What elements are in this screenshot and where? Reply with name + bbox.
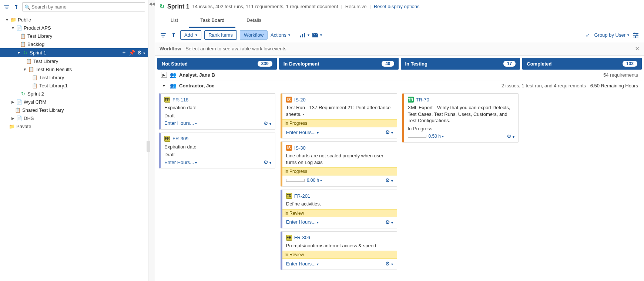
settings-sliders-icon[interactable] — [632, 31, 640, 39]
tree-item-trr-tl[interactable]: 📋 Test Library — [0, 73, 148, 81]
tree-item-private[interactable]: 📁 Private — [0, 122, 148, 130]
card-fr-118[interactable]: FR FR-118 Expiration date Draft Enter Ho… — [159, 93, 275, 130]
tabs: List Task Board Details — [160, 14, 640, 28]
tab-list[interactable]: List — [160, 14, 189, 28]
swimlane-analyst-jane[interactable]: ▶ 👥 Analyst, Jane B 54 requirements — [157, 70, 642, 80]
column-header-completed: Completed 132 — [522, 58, 642, 70]
group-by-dropdown[interactable]: Group by User — [594, 32, 629, 38]
filter-icon[interactable] — [3, 3, 10, 11]
tree-item-shared-tl[interactable]: 📋 Shared Test Library — [0, 106, 148, 114]
card-fr-306[interactable]: FR FR-306 Prompts/confirms internet acce… — [281, 231, 397, 270]
tree-item-testlib-sprint[interactable]: 📋 Test Library — [0, 57, 148, 65]
progress-bar — [408, 135, 426, 138]
enter-hours-link[interactable]: Enter Hours... — [164, 160, 197, 165]
swimlane-contractor-joe[interactable]: ▼ 👥 Contractor, Joe 2 issues, 1 test run… — [157, 80, 642, 91]
tree-item-product-aps[interactable]: ▼ 📄 Product APS — [0, 24, 148, 32]
clipboard-icon: 📋 — [15, 107, 21, 113]
gear-icon[interactable]: ⚙ — [264, 120, 271, 126]
enter-hours-link[interactable]: Enter Hours... — [286, 130, 319, 135]
svg-rect-1 — [16, 6, 17, 9]
tree-item-wysi[interactable]: ▶ 📄 Wysi CRM — [0, 98, 148, 106]
status-badge: In Progress — [282, 119, 397, 127]
card-id[interactable]: FR-201 — [294, 193, 310, 199]
card-fr-309[interactable]: FR FR-309 Expiration date Draft Enter Ho… — [159, 133, 275, 169]
toggle-icon[interactable]: ▼ — [4, 18, 10, 22]
tree-item-public[interactable]: ▼ 📁 Public — [0, 16, 148, 24]
board: Not Started 339 In Development 40 In Tes… — [155, 56, 644, 281]
workflow-bar: Workflow Select an item to see available… — [155, 42, 644, 56]
tree-item-dhs[interactable]: ▶ 📄 DHS — [0, 114, 148, 122]
pin-icon[interactable] — [13, 3, 20, 11]
collapse-icon[interactable]: ▼ — [161, 83, 167, 88]
enter-hours-link[interactable]: Enter Hours... — [286, 261, 319, 267]
card-is-20[interactable]: IS IS-20 Test Run - 137:Requirement 21: … — [281, 93, 397, 138]
tree-item-sprint1[interactable]: ▼ ↻ Sprint 1 ＋ 📌 ⚙ — [0, 48, 148, 57]
gear-icon[interactable]: ⚙ — [137, 50, 145, 56]
card-id[interactable]: IS-20 — [294, 97, 306, 103]
gear-icon[interactable]: ⚙ — [385, 261, 393, 267]
card-fr-201[interactable]: FR FR-201 Define activities. In Review E… — [281, 190, 397, 228]
actions-dropdown[interactable]: Actions — [271, 32, 290, 38]
gear-icon[interactable]: ⚙ — [385, 219, 393, 225]
tab-details[interactable]: Details — [235, 14, 272, 28]
mail-dropdown[interactable] — [312, 33, 322, 37]
tree-item-test-run-results[interactable]: ▼ 📋 Test Run Results — [0, 65, 148, 73]
swimlane-body: FR FR-118 Expiration date Draft Enter Ho… — [157, 91, 642, 272]
tree-item-sprint2[interactable]: ↻ Sprint 2 — [0, 90, 148, 98]
toggle-icon[interactable]: ▶ — [10, 100, 16, 104]
collapse-gutter[interactable]: ◀◀ — [148, 0, 155, 281]
card-tr-70[interactable]: TR TR-70 XML Export - Verify that you ca… — [402, 93, 519, 143]
pin-icon[interactable] — [170, 31, 177, 39]
toggle-icon[interactable]: ▼ — [22, 67, 27, 71]
svg-point-9 — [634, 33, 635, 34]
toggle-icon[interactable]: ▶ — [10, 116, 16, 120]
card-id[interactable]: FR-306 — [294, 235, 310, 240]
filter-icon[interactable] — [160, 31, 167, 39]
enter-hours-link[interactable]: Enter Hours... — [164, 120, 197, 126]
issue-icon: IS — [286, 145, 292, 151]
tree-item-test-library[interactable]: 📋 Test Library — [0, 32, 148, 40]
hours-value[interactable]: 6.00 h — [307, 178, 322, 183]
recursive-link[interactable]: Recursive — [345, 4, 367, 9]
status-badge: In Review — [282, 209, 397, 217]
card-id[interactable]: FR-118 — [172, 97, 188, 103]
expand-icon[interactable]: ⤢ — [584, 31, 591, 39]
enter-hours-link[interactable]: Enter Hours... — [286, 219, 319, 225]
clipboard-icon: 📋 — [26, 58, 32, 64]
gear-icon[interactable]: ⚙ — [385, 129, 393, 135]
add-button[interactable]: Add — [180, 30, 201, 40]
clipboard-icon: 📋 — [28, 66, 34, 72]
column-header-in-testing: In Testing 17 — [401, 58, 520, 70]
tree-item-backlog[interactable]: 📋 Backlog — [0, 40, 148, 48]
pin-icon[interactable]: 📌 — [129, 50, 135, 56]
close-icon[interactable]: ✕ — [635, 45, 640, 52]
swimlane-remaining: 6.50 Remaining Hours — [590, 83, 638, 88]
swimlane-meta: 54 requirements — [603, 72, 638, 78]
card-id[interactable]: IS-30 — [294, 145, 306, 151]
toggle-icon[interactable]: ▼ — [10, 26, 16, 30]
tree-item-trr-tl1[interactable]: 📋 Test Library.1 — [0, 81, 148, 90]
card-is-30[interactable]: IS IS-30 Line charts are not scaled prop… — [281, 141, 397, 187]
header: ↻ Sprint 1 14 issues, 402 test runs, 111… — [155, 0, 644, 28]
add-icon[interactable]: ＋ — [121, 49, 127, 56]
card-title: Line charts are not scaled properly when… — [286, 153, 393, 165]
gear-icon[interactable]: ⚙ — [507, 133, 514, 139]
toggle-icon[interactable]: ▼ — [16, 51, 21, 55]
rank-items-button[interactable]: Rank Items — [204, 30, 237, 40]
gear-icon[interactable]: ⚙ — [385, 177, 393, 183]
expand-icon[interactable]: ▶ — [161, 72, 167, 78]
card-id[interactable]: FR-309 — [172, 136, 188, 141]
tab-task-board[interactable]: Task Board — [189, 14, 235, 28]
clipboard-icon: 📋 — [20, 33, 26, 39]
search-input[interactable] — [22, 2, 145, 11]
card-status-label: Draft — [164, 152, 271, 157]
hours-value[interactable]: 0.50 h — [429, 134, 444, 139]
workflow-button[interactable]: Workflow — [240, 30, 268, 40]
card-id[interactable]: TR-70 — [416, 97, 429, 103]
splitter-handle[interactable] — [147, 141, 150, 152]
column-in-testing: TR TR-70 XML Export - Verify that you ca… — [401, 93, 520, 270]
test-run-icon: TR — [408, 97, 414, 103]
reset-display-link[interactable]: Reset display options — [374, 4, 420, 9]
gear-icon[interactable]: ⚙ — [264, 159, 271, 165]
chart-dropdown[interactable] — [300, 33, 309, 38]
